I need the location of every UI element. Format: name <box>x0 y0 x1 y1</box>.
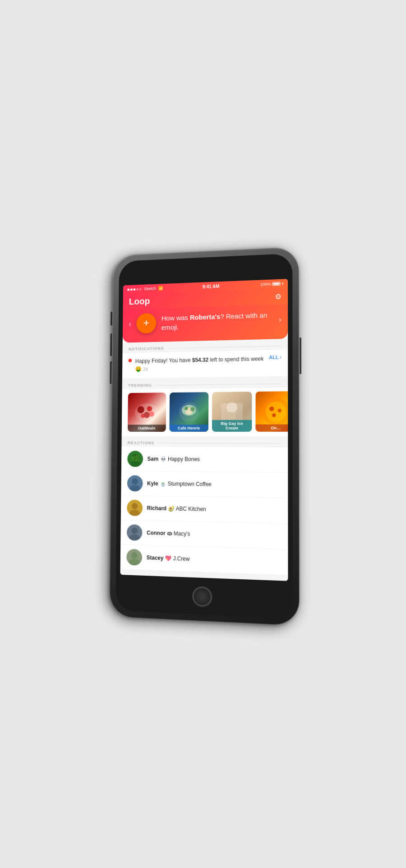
nav-spacer <box>150 296 275 301</box>
avatar-kyle <box>127 475 143 491</box>
reaction-place-connor: Macy's <box>174 531 190 537</box>
reaction-name-stacey: Stacey <box>147 554 164 561</box>
notification-row: Happy Friday! You have $54.32 left to sp… <box>128 354 281 373</box>
next-chevron-icon[interactable]: › <box>279 314 281 324</box>
pizza-svg <box>255 391 288 432</box>
status-left: Sketch 📶 <box>127 286 163 292</box>
reaction-place-richard: ABC Kitchen <box>176 506 206 512</box>
notifications-label: NOTIFICATIONS <box>129 346 164 351</box>
battery-tip <box>282 283 283 285</box>
reaction-item-sam[interactable]: 🌿 Sam 💀 Happy Bones <box>121 447 288 473</box>
phone-wrapper: Sketch 📶 9:41 AM 100% Loop <box>110 247 300 626</box>
reactions-section-header: REACTIONS <box>121 436 288 448</box>
svg-point-12 <box>226 402 237 413</box>
volume-up-button[interactable] <box>110 333 112 356</box>
notification-time: 2d <box>143 367 148 372</box>
reaction-text-sam: Sam 💀 Happy Bones <box>148 456 200 462</box>
trending-scroll[interactable]: OatMeals <box>122 388 288 436</box>
reaction-item-stacey[interactable]: Stacey 💖 J.Crew <box>120 545 288 575</box>
svg-rect-11 <box>221 403 243 421</box>
cafe-henrie-label: Cafe Henrie <box>169 425 208 432</box>
screen: Sketch 📶 9:41 AM 100% Loop <box>120 279 288 581</box>
trending-item-cafe-henrie[interactable]: Cafe Henrie <box>169 392 208 432</box>
reaction-text-kyle: Kyle 🍵 Stumptown Coffee <box>147 480 212 488</box>
reaction-text-connor: Connor 🎟 Macy's <box>147 530 190 537</box>
notification-text: Happy Friday! You have $54.32 left to sp… <box>135 355 265 373</box>
reactions-list: 🌿 Sam 💀 Happy Bones <box>120 447 288 575</box>
restaurant-name: Roberta's <box>190 313 221 321</box>
svg-point-15 <box>266 402 286 422</box>
notification-card[interactable]: Happy Friday! You have $54.32 left to sp… <box>122 350 288 379</box>
reactions-label: REACTIONS <box>128 441 155 445</box>
reaction-text-stacey: Stacey 💖 J.Crew <box>147 554 190 562</box>
avatar-stacey <box>126 549 142 566</box>
trending-item-other[interactable]: On… <box>255 391 288 432</box>
battery-percent: 100% <box>260 282 271 287</box>
header-prompt: How was Roberta's? React with an emoji. <box>161 310 273 332</box>
mute-button[interactable] <box>111 312 112 326</box>
section-divider <box>167 346 281 349</box>
svg-point-16 <box>269 406 274 411</box>
plus-icon: + <box>143 318 150 328</box>
avatar-connor <box>127 524 143 541</box>
reaction-place-sam: Happy Bones <box>168 456 200 462</box>
add-button[interactable]: + <box>136 313 156 334</box>
wifi-icon: 📶 <box>158 286 163 291</box>
reaction-place-stacey: J.Crew <box>173 555 190 562</box>
trending-label: TRENDING <box>128 383 152 388</box>
reaction-place-kyle: Stumptown Coffee <box>168 480 212 487</box>
reaction-name-richard: Richard <box>147 505 167 512</box>
signal-dot-2 <box>130 288 133 291</box>
volume-down-button[interactable] <box>110 361 111 384</box>
avatar-sam: 🌿 <box>127 451 143 467</box>
see-all-button[interactable]: ALL › <box>269 354 281 360</box>
svg-rect-13 <box>228 412 235 420</box>
battery-fill <box>273 283 279 285</box>
signal-dot-4 <box>136 288 138 290</box>
header-inner: ‹ + How was Roberta's? React with an emo… <box>129 309 281 334</box>
trending-item-big-gay-ice-cream[interactable]: Big Gay Ice Cream <box>212 392 252 432</box>
big-gay-ice-cream-image <box>212 392 252 432</box>
reactions-divider <box>158 443 281 443</box>
other-image <box>255 391 288 432</box>
signal-dot-5 <box>139 288 142 290</box>
phone-inner: Sketch 📶 9:41 AM 100% Loop <box>115 254 293 619</box>
all-label: ALL <box>269 355 279 360</box>
avatar-richard <box>127 500 143 516</box>
prev-chevron-icon[interactable]: ‹ <box>129 319 131 328</box>
budget-amount: $54.32 <box>192 357 208 364</box>
reaction-name-sam: Sam <box>148 456 159 462</box>
reaction-name-kyle: Kyle <box>147 480 158 487</box>
trending-divider <box>155 383 281 386</box>
trending-item-oatmeals[interactable]: OatMeals <box>128 392 166 432</box>
battery-bar <box>272 282 280 286</box>
big-gay-ice-cream-label: Big Gay Ice Cream <box>212 420 252 432</box>
content-area: NOTIFICATIONS Happy Friday! You have $54… <box>120 339 288 581</box>
reaction-text-richard: Richard 🥑 ABC Kitchen <box>147 505 206 512</box>
phone-outer: Sketch 📶 9:41 AM 100% Loop <box>110 247 300 626</box>
oatmeals-label: OatMeals <box>128 425 166 432</box>
svg-point-14 <box>262 397 288 425</box>
reaction-item-kyle[interactable]: Kyle 🍵 Stumptown Coffee <box>121 471 288 498</box>
svg-text:🌿: 🌿 <box>131 455 139 462</box>
svg-point-18 <box>272 413 276 417</box>
signal-dot-1 <box>127 288 129 291</box>
ice-cream-svg <box>212 392 252 432</box>
svg-point-17 <box>278 409 281 412</box>
all-chevron-icon: › <box>280 354 281 360</box>
trending-section-header: TRENDING <box>122 377 288 390</box>
settings-icon[interactable]: ⚙ <box>275 292 281 301</box>
app-title: Loop <box>129 296 150 307</box>
carrier-label: Sketch <box>144 286 156 291</box>
reaction-item-richard[interactable]: Richard 🥑 ABC Kitchen <box>121 496 288 524</box>
other-label: On… <box>255 425 288 432</box>
power-button[interactable] <box>300 337 301 374</box>
header-card: ‹ + How was Roberta's? React with an emo… <box>123 304 288 342</box>
signal-dot-3 <box>134 288 136 291</box>
status-right: 100% <box>260 282 283 287</box>
home-button[interactable] <box>193 586 212 607</box>
notification-dot <box>129 359 132 362</box>
status-time: 9:41 AM <box>163 282 260 291</box>
prompt-pre: How was <box>161 314 190 322</box>
reaction-name-connor: Connor <box>147 530 166 536</box>
